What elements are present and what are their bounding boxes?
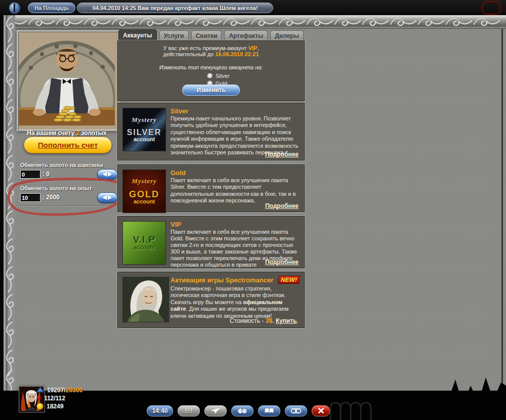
- buy-link[interactable]: Купить: [276, 317, 297, 324]
- card-text-silver: Премиум-пакет начального уровня. Позволя…: [171, 115, 300, 156]
- experience-current: 19207/: [47, 387, 66, 394]
- badge-word: GOLD: [129, 190, 159, 199]
- exchange-arrows-icon: [102, 195, 113, 200]
- tab-label: Услуги: [164, 32, 184, 39]
- exchange-shantin-rate: : 0: [43, 171, 50, 178]
- tab-scrolls[interactable]: Свитки: [191, 30, 222, 40]
- chat-button[interactable]: [231, 405, 254, 416]
- premium-line2: действительный до 16.06.2010 22:21: [118, 51, 304, 57]
- change-account-button[interactable]: Изменить: [182, 85, 240, 96]
- badge-sub: account: [134, 245, 155, 251]
- tab-label: Артефакты: [229, 32, 263, 39]
- exit-icon[interactable]: [483, 3, 499, 14]
- stat-experience: 19207/20300: [36, 386, 82, 394]
- health-value: 112/112: [44, 395, 65, 402]
- tab-accounts[interactable]: Аккаунты: [118, 29, 157, 40]
- experience-max: 20300: [66, 387, 82, 394]
- stat-gold: 18249: [36, 402, 63, 410]
- premium-line1-suffix: ,: [257, 45, 259, 51]
- card-spectromancer: Активация игры Spectromancer NEW! Спектр…: [117, 272, 305, 328]
- divider: [19, 205, 117, 206]
- dealer-illustration: [19, 32, 115, 125]
- exchange-exp-button[interactable]: [97, 192, 117, 203]
- balance-prefix: На вашем счету: [27, 130, 74, 137]
- card-title-gold: Gold: [171, 169, 186, 177]
- chain-link-icon: [290, 408, 302, 414]
- price-prefix: Стоимость -: [230, 317, 266, 324]
- gold-value: 18249: [47, 403, 63, 410]
- silver-account-badge: Mystery SILVER account: [122, 108, 166, 151]
- frame-right-edge: [501, 15, 503, 391]
- radio-silver[interactable]: [206, 72, 213, 79]
- mystery-logo: Mystery: [132, 178, 157, 185]
- spectromancer-portrait: [122, 277, 169, 322]
- top-bar: На Площадь 04.04.2010 14:25 Вам передан …: [0, 0, 506, 15]
- exchange-shantin-button[interactable]: [97, 169, 117, 180]
- topup-account-button[interactable]: Пополнить счет: [24, 137, 112, 153]
- card-text-gold: Пакет включает в себя все улучшения паке…: [171, 177, 300, 204]
- change-account-prompt: Изменить тип текущего аккаунта на:: [118, 64, 304, 70]
- system-message-bar[interactable]: 04.04.2010 14:25 Вам передан артефакт кл…: [77, 3, 273, 13]
- topup-button-label: Пополнить счет: [38, 141, 98, 149]
- chat-faces-icon: [237, 407, 248, 414]
- tab-artifacts[interactable]: Артефакты: [224, 30, 268, 40]
- experience-value: 19207/20300: [47, 387, 82, 394]
- card-gold: Mystery GOLD account Gold Пакет включает…: [117, 164, 305, 212]
- exchange-shantin-label: Обменять золото на шантины: [20, 162, 103, 168]
- more-link-vip[interactable]: Подробнее: [265, 259, 299, 266]
- stat-health: ♥ 112/112: [36, 394, 65, 402]
- decor-spikes: [390, 373, 506, 420]
- plaza-button-label: На Площадь: [34, 5, 69, 11]
- link-button[interactable]: [285, 405, 307, 416]
- premium-line1-prefix: У вас уже есть премиум-аккаунт: [163, 45, 248, 51]
- badge-word: V.I.P: [133, 235, 155, 245]
- ornate-left-border: [0, 15, 15, 391]
- new-badge: NEW!: [278, 276, 300, 284]
- exchange-shantin-input[interactable]: [20, 170, 40, 179]
- exchange-exp-input[interactable]: [20, 193, 40, 202]
- more-link-gold[interactable]: Подробнее: [265, 202, 299, 209]
- radio-row-silver: Silver: [206, 72, 304, 79]
- promo-price-line: Стоимость - 3$. Купить.: [230, 317, 299, 324]
- badge-sub: account: [134, 137, 155, 143]
- more-link-silver[interactable]: Подробнее: [265, 151, 299, 158]
- gold-account-badge: Mystery GOLD account: [122, 170, 166, 213]
- filigree-pattern: [0, 15, 506, 28]
- system-message-text: 04.04.2010 14:25 Вам передан артефакт кл…: [93, 5, 258, 11]
- book-icon: [264, 407, 274, 414]
- bottom-toolbar: 14:40 !!!: [147, 405, 330, 416]
- exchange-exp-rate: : 2000: [43, 194, 60, 201]
- portrait-illustration: [123, 277, 168, 322]
- badge-sub: account: [134, 199, 155, 205]
- badge-word: SILVER: [127, 129, 162, 137]
- time-button[interactable]: 14:40: [147, 405, 173, 416]
- plaza-button[interactable]: На Площадь: [28, 3, 75, 13]
- card-vip: V.I.P account VIP Пакет включает в себя …: [117, 216, 305, 268]
- buy-suffix: .: [297, 317, 299, 324]
- premium-account-type: VIP: [248, 45, 258, 51]
- ornate-top-border: [0, 15, 506, 29]
- mystery-logo: Mystery: [132, 116, 157, 123]
- vip-account-badge: V.I.P account: [122, 221, 166, 265]
- tab-dealers[interactable]: Дилеры: [270, 30, 304, 40]
- close-x-icon: [318, 408, 324, 413]
- tab-bar: Аккаунты Услуги Свитки Артефакты Дилеры: [118, 29, 304, 40]
- send-message-button[interactable]: [204, 405, 227, 416]
- premium-line2-prefix: действительный до: [163, 51, 215, 57]
- tab-services[interactable]: Услуги: [159, 30, 189, 40]
- time-label: 14:40: [152, 407, 168, 414]
- book-button[interactable]: [258, 405, 280, 416]
- tab-label: Аккаунты: [123, 32, 152, 39]
- tab-label: Свитки: [196, 32, 218, 39]
- close-button[interactable]: [312, 405, 330, 416]
- alerts-button[interactable]: !!!: [178, 405, 200, 416]
- card-title-silver: Silver: [171, 107, 188, 115]
- promo-text: Спектромансер - пошаговая стратегия, лог…: [171, 285, 297, 319]
- gold-coin-icon: [36, 403, 44, 410]
- tab-label: Дилеры: [275, 32, 299, 39]
- collapse-toggle-icon[interactable]: [9, 2, 21, 14]
- exchange-exp-label: Обменять золото на опыт: [20, 185, 92, 191]
- game-window: На Площадь 04.04.2010 14:25 Вам передан …: [0, 0, 506, 420]
- health-heart-icon: ♥: [36, 396, 41, 401]
- decor-arches: [328, 398, 384, 420]
